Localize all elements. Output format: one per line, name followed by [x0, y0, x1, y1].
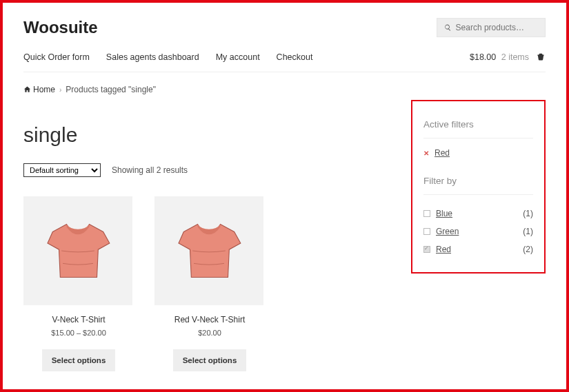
- product-title: Red V-Neck T-Shirt: [154, 315, 265, 324]
- active-filter: ✕ Red: [423, 148, 533, 158]
- product-card[interactable]: Red V-Neck T-Shirt $20.00 Select options: [154, 196, 265, 371]
- app-frame: Woosuite Quick Order form Sales agents d…: [0, 0, 569, 392]
- header: Woosuite: [23, 18, 546, 37]
- checkbox-icon[interactable]: [423, 246, 430, 253]
- filter-count: (1): [523, 209, 533, 218]
- content: single Default sorting Showing all 2 res…: [23, 123, 546, 371]
- select-options-button[interactable]: Select options: [173, 349, 247, 371]
- filter-link[interactable]: Blue: [436, 209, 452, 218]
- nav-checkout[interactable]: Checkout: [277, 52, 313, 62]
- cart-items-count: 2 items: [501, 52, 529, 62]
- breadcrumb-separator: ›: [59, 86, 61, 94]
- checkbox-icon[interactable]: [423, 228, 430, 235]
- tshirt-icon: [171, 213, 247, 289]
- sort-select[interactable]: Default sorting: [23, 163, 101, 177]
- nav-sales-agents[interactable]: Sales agents dashboard: [106, 52, 199, 62]
- filter-link[interactable]: Red: [436, 245, 451, 254]
- nav-quick-order[interactable]: Quick Order form: [23, 52, 90, 62]
- filter-count: (1): [523, 227, 533, 236]
- product-card[interactable]: V-Neck T-Shirt $15.00 – $20.00 Select op…: [23, 196, 134, 371]
- filter-count: (2): [523, 245, 533, 254]
- search-box[interactable]: [437, 18, 546, 37]
- home-icon: [23, 85, 31, 93]
- site-title: Woosuite: [23, 18, 98, 37]
- filter-by-title: Filter by: [423, 176, 533, 195]
- sidebar-highlight: Active filters ✕ Red Filter by Blue (1): [411, 100, 546, 274]
- breadcrumb: Home › Products tagged "single": [23, 85, 546, 94]
- filter-option[interactable]: Green (1): [423, 223, 533, 240]
- product-price: $20.00: [154, 329, 265, 337]
- product-image: [154, 196, 263, 305]
- product-image: [23, 196, 132, 305]
- filter-option[interactable]: Blue (1): [423, 205, 533, 223]
- breadcrumb-home[interactable]: Home: [23, 85, 55, 94]
- filter-link[interactable]: Green: [436, 227, 459, 236]
- search-icon: [444, 23, 452, 32]
- page: Woosuite Quick Order form Sales agents d…: [3, 3, 566, 371]
- product-grid: V-Neck T-Shirt $15.00 – $20.00 Select op…: [23, 196, 397, 371]
- result-count: Showing all 2 results: [112, 165, 188, 175]
- filter-option[interactable]: Red (2): [423, 240, 533, 258]
- nav-links: Quick Order form Sales agents dashboard …: [23, 52, 312, 62]
- product-price: $15.00 – $20.00: [23, 329, 134, 337]
- cart-total: $18.00: [470, 52, 496, 62]
- active-filters-title: Active filters: [423, 119, 533, 138]
- sidebar: Active filters ✕ Red Filter by Blue (1): [411, 123, 546, 371]
- remove-filter-icon[interactable]: ✕: [423, 149, 429, 157]
- breadcrumb-current: Products tagged "single": [66, 85, 156, 94]
- basket-icon: [536, 52, 546, 62]
- checkbox-icon[interactable]: [423, 210, 430, 217]
- active-filter-link[interactable]: Red: [435, 148, 450, 158]
- tshirt-icon: [40, 213, 116, 289]
- sort-row: Default sorting Showing all 2 results: [23, 163, 397, 177]
- select-options-button[interactable]: Select options: [42, 349, 116, 371]
- search-input[interactable]: [456, 23, 538, 32]
- cart-summary[interactable]: $18.00 2 items: [470, 52, 546, 62]
- main-column: single Default sorting Showing all 2 res…: [23, 123, 397, 371]
- nav-my-account[interactable]: My account: [216, 52, 260, 62]
- product-title: V-Neck T-Shirt: [23, 315, 134, 324]
- nav-row: Quick Order form Sales agents dashboard …: [23, 52, 546, 72]
- page-title: single: [23, 123, 397, 147]
